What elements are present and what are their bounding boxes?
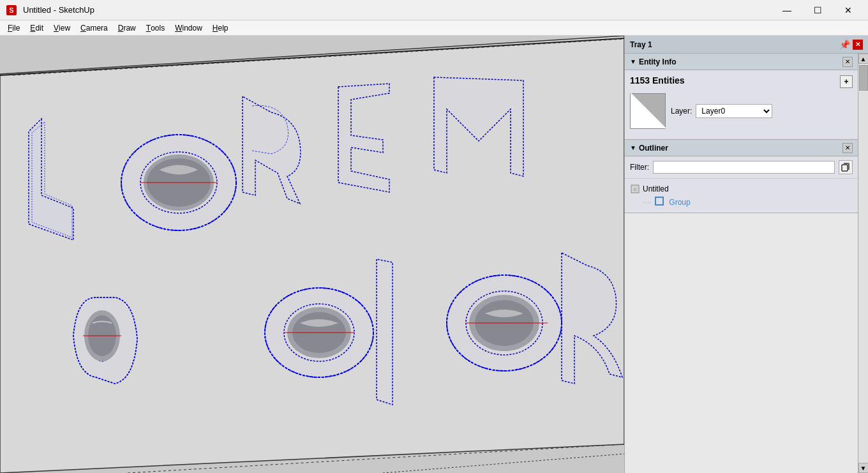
entity-info-close-button[interactable]: ✕ bbox=[842, 57, 853, 67]
svg-text:S: S bbox=[9, 6, 13, 14]
main-area: Tray 1 📌 ✕ ▼ Entity Info ✕ bbox=[0, 36, 868, 473]
outliner-header-left: ▼ Outliner bbox=[630, 144, 668, 153]
menu-file[interactable]: File bbox=[3, 21, 25, 35]
menu-draw[interactable]: Draw bbox=[113, 21, 141, 35]
outliner-title: Outliner bbox=[639, 144, 668, 153]
panel-scrollbar: ▲ ▼ bbox=[858, 54, 868, 473]
tray-header: Tray 1 📌 ✕ bbox=[625, 36, 868, 54]
expand-button[interactable]: + bbox=[840, 75, 853, 88]
entity-info-header[interactable]: ▼ Entity Info ✕ bbox=[625, 54, 858, 70]
outliner-close-button[interactable]: ✕ bbox=[842, 143, 853, 153]
maximize-button[interactable]: ☐ bbox=[803, 0, 832, 20]
scroll-thumb[interactable] bbox=[859, 65, 868, 91]
panel-with-scroll: ▼ Entity Info ✕ 1153 Entities + bbox=[625, 54, 868, 473]
menu-view[interactable]: View bbox=[49, 21, 75, 35]
tree-connector: ···· bbox=[643, 198, 651, 207]
right-panel: Tray 1 📌 ✕ ▼ Entity Info ✕ bbox=[624, 36, 868, 473]
tray-controls: 📌 ✕ bbox=[839, 40, 863, 50]
menu-camera[interactable]: Camera bbox=[75, 21, 113, 35]
outliner-filter-label: Filter: bbox=[630, 163, 649, 172]
scroll-up-arrow[interactable]: ▲ bbox=[858, 54, 869, 64]
close-button[interactable]: ✕ bbox=[834, 0, 863, 20]
model-name-label: Untitled bbox=[643, 184, 669, 193]
entity-info-header-left: ▼ Entity Info bbox=[630, 57, 677, 66]
entity-info-collapse-icon: ▼ bbox=[630, 58, 636, 65]
entity-info-content: 1153 Entities + Layer: Layer0 bbox=[625, 70, 858, 139]
entity-count: 1153 Entities bbox=[630, 75, 685, 86]
layer-label: Layer: bbox=[671, 107, 692, 116]
model-icon: ⌂ bbox=[630, 184, 640, 194]
scene-svg bbox=[0, 36, 624, 473]
svg-rect-29 bbox=[842, 165, 848, 171]
outliner-filter-row: Filter: bbox=[625, 156, 858, 179]
menu-help[interactable]: Help bbox=[207, 21, 234, 35]
color-swatch[interactable] bbox=[630, 93, 666, 129]
layer-group: Layer: Layer0 bbox=[671, 104, 772, 118]
svg-marker-3 bbox=[0, 36, 624, 473]
panel-inner: ▼ Entity Info ✕ 1153 Entities + bbox=[625, 54, 858, 473]
menu-window[interactable]: Window bbox=[170, 21, 207, 35]
swatch-light-triangle bbox=[631, 93, 666, 128]
outliner-collapse-icon: ▼ bbox=[630, 144, 636, 151]
outliner-filter-input[interactable] bbox=[653, 161, 835, 174]
tray-close-button[interactable]: ✕ bbox=[853, 40, 863, 50]
outliner-copy-button[interactable] bbox=[839, 160, 853, 174]
outliner-tree: ⌂ Untitled ···· Group bbox=[625, 179, 858, 213]
layer-dropdown[interactable]: Layer0 bbox=[696, 104, 772, 118]
window-controls: — ☐ ✕ bbox=[772, 0, 863, 20]
app-icon: S bbox=[5, 4, 18, 17]
outliner-header[interactable]: ▼ Outliner ✕ bbox=[625, 140, 858, 156]
tray-title: Tray 1 bbox=[630, 40, 652, 49]
tree-group-item[interactable]: ···· Group bbox=[630, 195, 853, 209]
minimize-button[interactable]: — bbox=[772, 0, 802, 20]
tree-model-item[interactable]: ⌂ Untitled bbox=[630, 183, 853, 195]
title-bar: S Untitled - SketchUp — ☐ ✕ bbox=[0, 0, 868, 20]
scroll-down-arrow[interactable]: ▼ bbox=[858, 463, 869, 473]
window-title: Untitled - SketchUp bbox=[23, 5, 94, 15]
menu-edit[interactable]: Edit bbox=[25, 21, 49, 35]
entity-layer-row: Layer: Layer0 bbox=[630, 93, 853, 129]
title-bar-left: S Untitled - SketchUp bbox=[5, 4, 94, 17]
group-label: Group bbox=[669, 198, 690, 207]
pin-icon[interactable]: 📌 bbox=[839, 40, 850, 50]
outliner-section: ▼ Outliner ✕ Filter: bbox=[625, 140, 858, 213]
viewport[interactable] bbox=[0, 36, 624, 473]
svg-text:⌂: ⌂ bbox=[634, 186, 637, 192]
entity-info-title: Entity Info bbox=[639, 57, 677, 66]
entity-info-section: ▼ Entity Info ✕ 1153 Entities + bbox=[625, 54, 858, 140]
menu-tools[interactable]: Tools bbox=[141, 21, 170, 35]
menu-bar: File Edit View Camera Draw Tools Window … bbox=[0, 20, 868, 36]
group-box-icon bbox=[655, 197, 664, 207]
